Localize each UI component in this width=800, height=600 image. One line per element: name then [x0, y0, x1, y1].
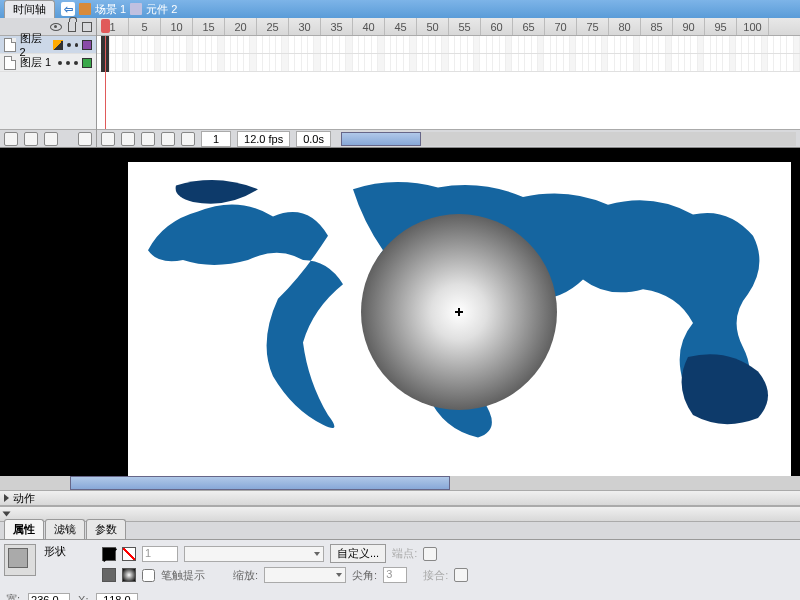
scene-icon [79, 3, 91, 15]
modify-markers-button[interactable] [181, 132, 195, 146]
fill-bucket-icon[interactable] [102, 568, 116, 582]
properties-body: 形状 1 自定义... 端点: 笔触提示 缩放: 尖角: 3 接合 [0, 540, 800, 590]
ruler-tick: 10 [161, 18, 193, 35]
ruler-tick: 5 [129, 18, 161, 35]
stage[interactable] [128, 162, 791, 478]
dot-icon [66, 61, 70, 65]
frame-grid[interactable] [97, 36, 800, 129]
gradient-sphere-shape[interactable] [361, 214, 557, 410]
ruler-tick: 65 [513, 18, 545, 35]
playhead-line [105, 36, 106, 129]
ruler-tick: 35 [321, 18, 353, 35]
tab-filters[interactable]: 滤镜 [45, 519, 85, 539]
ruler-tick: 20 [225, 18, 257, 35]
ruler-tick: 25 [257, 18, 289, 35]
frame-row[interactable] [97, 36, 800, 54]
stroke-width-input[interactable]: 1 [142, 546, 178, 562]
add-layer-button[interactable] [4, 132, 18, 146]
back-icon[interactable]: ⇦ [61, 2, 75, 16]
breadcrumb-bar: 时间轴 ⇦ 场景 1 元件 2 [0, 0, 800, 18]
ruler-tick: 60 [481, 18, 513, 35]
outline-icon[interactable] [82, 22, 92, 32]
join-label: 接合: [423, 568, 448, 583]
frame-ruler[interactable]: 1510152025303540455055606570758085909510… [97, 18, 800, 36]
add-guide-button[interactable] [24, 132, 38, 146]
stage-scrollbar[interactable] [0, 476, 800, 490]
no-stroke-swatch[interactable] [122, 547, 136, 561]
dot-icon [58, 61, 62, 65]
layer-panel: 图层 2 图层 1 [0, 18, 97, 147]
tab-properties[interactable]: 属性 [4, 519, 44, 539]
layer-row[interactable]: 图层 1 [0, 54, 96, 72]
endpoint-label: 端点: [392, 546, 417, 561]
timeline-footer: 1 12.0 fps 0.0s [97, 129, 800, 147]
ruler-tick: 45 [385, 18, 417, 35]
shape-type-icon [4, 544, 36, 576]
ruler-tick: 70 [545, 18, 577, 35]
pencil-icon [53, 40, 63, 50]
ruler-tick: 50 [417, 18, 449, 35]
layer-footer [0, 129, 96, 147]
tab-params[interactable]: 参数 [86, 519, 126, 539]
edit-multi-button[interactable] [161, 132, 175, 146]
ruler-tick: 80 [609, 18, 641, 35]
onion-outline-button[interactable] [141, 132, 155, 146]
dot-icon [75, 43, 79, 47]
onion-skin-button[interactable] [101, 132, 115, 146]
endpoint-icon[interactable] [423, 547, 437, 561]
disclosure-icon [3, 512, 11, 517]
stroke-hint-label: 笔触提示 [161, 568, 205, 583]
timeline-panel: 图层 2 图层 1 151015202530354045505560657075… [0, 18, 800, 148]
scale-dropdown[interactable] [264, 567, 346, 583]
custom-button[interactable]: 自定义... [330, 544, 386, 563]
join-icon[interactable] [454, 568, 468, 582]
current-frame: 1 [201, 131, 231, 147]
ruler-tick: 100 [737, 18, 769, 35]
x-input[interactable]: -118.0 [96, 593, 138, 601]
layer-color-swatch[interactable] [82, 40, 92, 50]
miter-label: 尖角: [352, 568, 377, 583]
ruler-tick: 55 [449, 18, 481, 35]
ruler-tick: 85 [641, 18, 673, 35]
center-crosshair-icon [455, 308, 463, 316]
timeline-scrollbar[interactable] [341, 132, 796, 146]
scale-label: 缩放: [233, 568, 258, 583]
dot-icon [67, 43, 71, 47]
width-label: 宽: [6, 592, 20, 600]
scrollbar-thumb[interactable] [70, 476, 450, 490]
visibility-icon[interactable] [50, 23, 62, 31]
x-label: X: [78, 594, 88, 601]
scrollbar-thumb[interactable] [341, 132, 421, 146]
layer-row[interactable]: 图层 2 [0, 36, 96, 54]
actions-panel-header[interactable]: 动作 [0, 490, 800, 506]
center-frame-button[interactable] [121, 132, 135, 146]
fill-color-swatch[interactable] [122, 568, 136, 582]
ruler-tick: 75 [577, 18, 609, 35]
width-input[interactable]: 236.0 [28, 593, 70, 601]
layer-color-swatch[interactable] [82, 58, 92, 68]
timeline: 1510152025303540455055606570758085909510… [97, 18, 800, 147]
ruler-tick: 30 [289, 18, 321, 35]
layer-icon [4, 38, 16, 52]
property-tabs: 属性 滤镜 参数 [0, 522, 800, 540]
add-folder-button[interactable] [44, 132, 58, 146]
stage-area [0, 148, 800, 490]
frame-row[interactable] [97, 54, 800, 72]
symbol-name[interactable]: 元件 2 [146, 2, 177, 17]
delete-layer-button[interactable] [78, 132, 92, 146]
stroke-color-swatch[interactable] [102, 547, 116, 561]
ruler-tick: 90 [673, 18, 705, 35]
layer-name: 图层 1 [20, 55, 51, 70]
breadcrumb: ⇦ 场景 1 元件 2 [61, 2, 177, 17]
dot-icon [74, 61, 78, 65]
coord-bar: 宽: 236.0 X: -118.0 [0, 590, 800, 600]
frame-rate: 12.0 fps [237, 131, 290, 147]
timeline-tab[interactable]: 时间轴 [4, 0, 55, 18]
miter-input[interactable]: 3 [383, 567, 407, 583]
stroke-style-dropdown[interactable] [184, 546, 324, 562]
stroke-hint-checkbox[interactable] [142, 569, 155, 582]
scene-name[interactable]: 场景 1 [95, 2, 126, 17]
lock-icon[interactable] [68, 22, 76, 32]
actions-label: 动作 [13, 491, 35, 506]
playhead[interactable] [101, 19, 110, 33]
